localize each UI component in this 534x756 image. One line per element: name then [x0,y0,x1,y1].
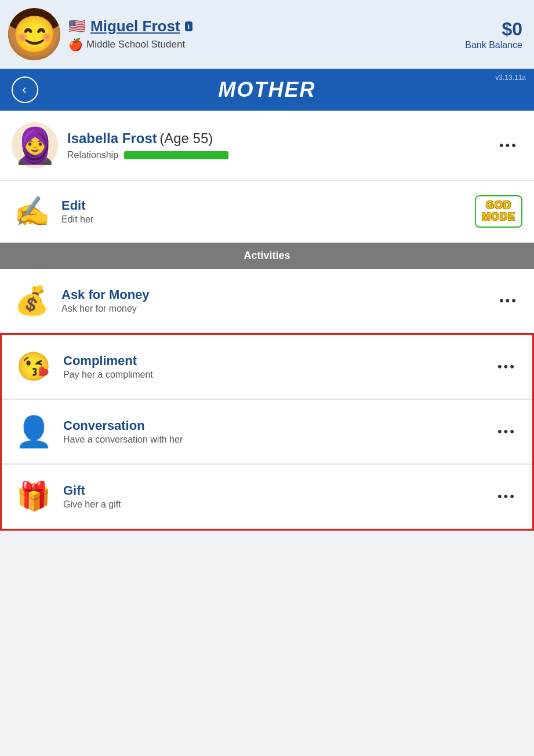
compliment-text: Compliment Pay her a compliment [63,353,493,380]
player-subtitle: 🍎 Middle School Student [68,38,192,52]
person-avatar: 🧕 [12,122,58,169]
player-name-row: 🇺🇸 Miguel Frost i [68,17,192,35]
activities-section-header: Activities [0,243,534,269]
conversation-subtitle: Have a conversation with her [63,434,493,445]
bank-label: Bank Balance [465,40,522,50]
activity-row-ask-for-money[interactable]: 💰 Ask for Money Ask her for money ••• [0,269,534,333]
apple-icon: 🍎 [68,38,83,52]
activity-row-conversation[interactable]: 👤 Conversation Have a conversation with … [2,399,532,464]
ask-for-money-title: Ask for Money [61,287,495,302]
compliment-title: Compliment [63,353,493,368]
header: 🇺🇸 Miguel Frost i 🍎 Middle School Studen… [0,0,534,69]
chevron-left-icon: ‹ [22,82,26,97]
nav-bar: ‹ MOTHER v3.13.11a [0,69,534,111]
highlighted-activities-section: 😘 Compliment Pay her a compliment ••• 👤 … [0,333,534,531]
player-name-block: 🇺🇸 Miguel Frost i 🍎 Middle School Studen… [68,17,192,52]
person-name-age: Isabella Frost (Age 55) [67,130,495,147]
activity-row-compliment[interactable]: 😘 Compliment Pay her a compliment ••• [2,335,532,399]
info-badge[interactable]: i [185,21,193,31]
flag-icon: 🇺🇸 [68,18,86,34]
person-age: (Age 55) [159,130,213,146]
gift-title: Gift [63,483,493,498]
nav-title: MOTHER [219,78,316,102]
relationship-row: Relationship [67,150,495,160]
bank-amount: $0 [465,19,522,40]
person-card: 🧕 Isabella Frost (Age 55) Relationship •… [0,111,534,181]
ask-for-money-options[interactable]: ••• [495,288,522,313]
edit-subtitle: Edit her [61,214,475,225]
player-role: Middle School Student [86,39,185,50]
compliment-subtitle: Pay her a compliment [63,370,493,380]
ask-for-money-icon: 💰 [12,280,52,321]
edit-text-block: Edit Edit her [61,198,475,225]
conversation-title: Conversation [63,418,493,433]
god-mode-text: GODMODE [482,200,515,223]
edit-row[interactable]: ✍️ Edit Edit her GODMODE [0,181,534,243]
compliment-icon: 😘 [13,346,54,387]
god-mode-badge[interactable]: GODMODE [475,195,522,228]
bank-balance-block: $0 Bank Balance [465,19,522,50]
gift-text: Gift Give her a gift [63,483,493,510]
activities-label: Activities [244,250,290,261]
relationship-bar [124,151,228,159]
version-label: v3.13.11a [495,74,526,82]
gift-subtitle: Give her a gift [63,499,493,510]
ask-for-money-text: Ask for Money Ask her for money [61,287,495,314]
edit-title: Edit [61,198,475,213]
person-options-button[interactable]: ••• [495,133,522,158]
conversation-icon: 👤 [13,411,54,452]
person-name[interactable]: Isabella Frost [67,130,157,146]
conversation-options[interactable]: ••• [493,419,521,444]
main-content: 🧕 Isabella Frost (Age 55) Relationship •… [0,111,534,531]
edit-icon: ✍️ [12,191,52,232]
gift-options[interactable]: ••• [493,484,521,509]
gift-icon: 🎁 [13,476,54,517]
ask-for-money-subtitle: Ask her for money [61,304,495,314]
player-name[interactable]: Miguel Frost [90,17,180,35]
compliment-options[interactable]: ••• [493,355,521,379]
player-avatar [8,8,60,60]
activity-row-gift[interactable]: 🎁 Gift Give her a gift ••• [2,464,532,529]
relationship-label: Relationship [67,150,118,160]
person-info: Isabella Frost (Age 55) Relationship [67,130,495,160]
player-info: 🇺🇸 Miguel Frost i 🍎 Middle School Studen… [8,8,192,60]
back-button[interactable]: ‹ [12,76,38,103]
conversation-text: Conversation Have a conversation with he… [63,418,493,445]
